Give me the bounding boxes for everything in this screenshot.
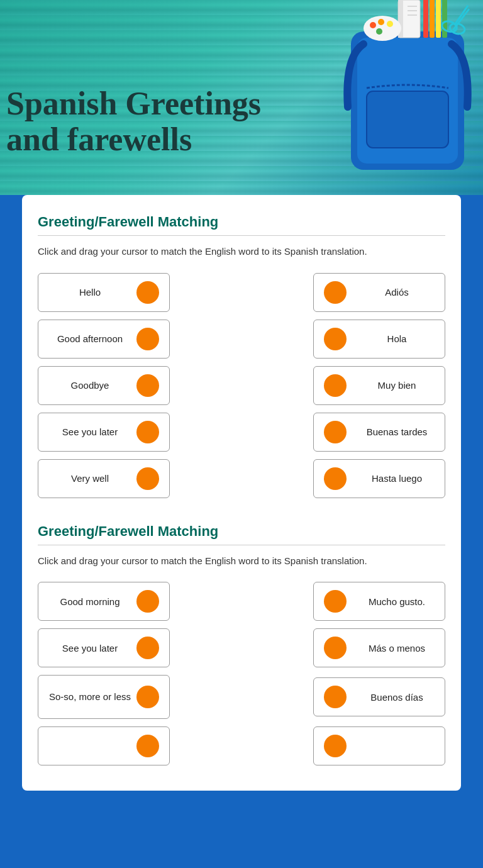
right-item-mucho-gusto-text: Mucho gusto. <box>359 596 435 607</box>
connector-dot-left-1[interactable] <box>136 281 159 304</box>
backpack-illustration <box>275 0 483 189</box>
connector-dot-left-5[interactable] <box>136 467 159 490</box>
connector-dot-s2-left-3[interactable] <box>136 686 159 708</box>
svg-rect-10 <box>430 0 435 38</box>
bottom-decoration <box>0 791 483 841</box>
left-item-see-you-later-2-text: See you later <box>48 643 131 654</box>
right-item-hola[interactable]: Hola <box>313 320 445 359</box>
hero-title: Spanish Greetings and farewells <box>0 86 267 157</box>
connector-dot-right-5[interactable] <box>324 467 347 490</box>
svg-rect-2 <box>367 91 448 148</box>
svg-point-20 <box>387 21 393 27</box>
section2-title: Greeting/Farewell Matching <box>38 523 445 540</box>
section-2: Greeting/Farewell Matching Click and dra… <box>38 523 445 766</box>
svg-rect-12 <box>442 0 447 38</box>
table-row: Goodbye Muy bien <box>38 366 445 405</box>
section2-matching-grid: Good morning Mucho gusto. See you later … <box>38 582 445 765</box>
left-item-so-so-text: So-so, more or less <box>48 691 131 703</box>
table-row: Very well Hasta luego <box>38 459 445 498</box>
right-item-hola-text: Hola <box>359 333 435 344</box>
section1-divider <box>38 235 445 236</box>
left-item-good-morning-text: Good morning <box>48 596 131 607</box>
left-item-good-afternoon-text: Good afternoon <box>48 333 131 344</box>
connector-dot-left-2[interactable] <box>136 328 159 350</box>
connector-dot-s2-left-2[interactable] <box>136 637 159 659</box>
right-item-hasta-luego-text: Hasta luego <box>359 473 435 484</box>
table-row <box>38 726 445 765</box>
connector-dot-s2-left-1[interactable] <box>136 590 159 613</box>
right-item-buenos-dias[interactable]: Buenos días <box>313 677 445 716</box>
left-item-hello-text: Hello <box>48 287 131 298</box>
connector-dot-left-3[interactable] <box>136 374 159 397</box>
right-item-muy-bien-text: Muy bien <box>359 380 435 391</box>
left-item-goodbye-text: Goodbye <box>48 380 131 391</box>
connector-dot-right-3[interactable] <box>324 374 347 397</box>
svg-rect-11 <box>436 0 441 38</box>
table-row: Good morning Mucho gusto. <box>38 582 445 621</box>
hero-section: Spanish Greetings and farewells <box>0 0 483 195</box>
left-item-hello[interactable]: Hello <box>38 273 170 312</box>
svg-point-21 <box>376 28 382 35</box>
right-item-buenas-tardes-text: Buenas tardes <box>359 426 435 437</box>
section1-matching-grid: Hello Adiós Good afternoon Hola <box>38 273 445 498</box>
right-item-hasta-luego[interactable]: Hasta luego <box>313 459 445 498</box>
right-item-mucho-gusto[interactable]: Mucho gusto. <box>313 582 445 621</box>
right-item-buenas-tardes[interactable]: Buenas tardes <box>313 413 445 452</box>
connector-dot-s2-right-1[interactable] <box>324 590 347 613</box>
right-item-adios-text: Adiós <box>359 287 435 298</box>
connector-dot-s2-left-4[interactable] <box>136 735 159 757</box>
right-item-buenos-dias-text: Buenos días <box>359 692 435 703</box>
svg-point-19 <box>378 19 384 25</box>
connector-dot-s2-right-4[interactable] <box>324 735 347 757</box>
table-row: See you later Más o menos <box>38 628 445 667</box>
connector-dot-right-2[interactable] <box>324 328 347 350</box>
section-1: Greeting/Farewell Matching Click and dra… <box>38 214 445 498</box>
table-row: Hello Adiós <box>38 273 445 312</box>
connector-dot-right-1[interactable] <box>324 281 347 304</box>
connector-dot-s2-right-2[interactable] <box>324 637 347 659</box>
section2-divider <box>38 545 445 545</box>
svg-point-18 <box>370 22 376 28</box>
section-spacer <box>38 498 445 523</box>
svg-rect-9 <box>423 0 428 38</box>
right-item-adios[interactable]: Adiós <box>313 273 445 312</box>
section1-title: Greeting/Farewell Matching <box>38 214 445 230</box>
left-item-very-well[interactable]: Very well <box>38 459 170 498</box>
left-item-s2-4[interactable] <box>38 726 170 765</box>
right-item-muy-bien[interactable]: Muy bien <box>313 366 445 405</box>
left-item-good-morning[interactable]: Good morning <box>38 582 170 621</box>
section2-instructions: Click and drag your cursor to match the … <box>38 554 445 569</box>
table-row: Good afternoon Hola <box>38 320 445 359</box>
content-card: Greeting/Farewell Matching Click and dra… <box>22 195 461 791</box>
left-item-good-afternoon[interactable]: Good afternoon <box>38 320 170 359</box>
connector-dot-s2-right-3[interactable] <box>324 686 347 708</box>
svg-line-16 <box>453 6 469 33</box>
right-item-mas-o-menos[interactable]: Más o menos <box>313 628 445 667</box>
connector-dot-left-4[interactable] <box>136 421 159 443</box>
left-item-goodbye[interactable]: Goodbye <box>38 366 170 405</box>
left-item-so-so[interactable]: So-so, more or less <box>38 675 170 719</box>
table-row: So-so, more or less Buenos días <box>38 675 445 719</box>
left-item-see-you-later[interactable]: See you later <box>38 413 170 452</box>
left-item-see-you-later-2[interactable]: See you later <box>38 628 170 667</box>
left-item-very-well-text: Very well <box>48 473 131 484</box>
right-item-s2-4[interactable] <box>313 726 445 765</box>
table-row: See you later Buenas tardes <box>38 413 445 452</box>
section1-instructions: Click and drag your cursor to match the … <box>38 245 445 259</box>
connector-dot-right-4[interactable] <box>324 421 347 443</box>
left-item-see-you-later-text: See you later <box>48 426 131 437</box>
right-item-mas-o-menos-text: Más o menos <box>359 643 435 654</box>
